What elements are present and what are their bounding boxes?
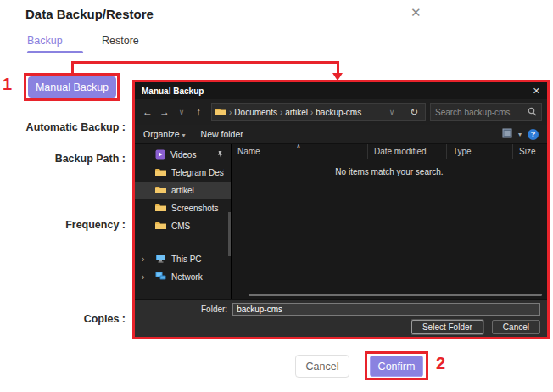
file-list: Name Date modified Type Size ∧ No items … [231, 144, 547, 299]
step-1-label: 1 [3, 75, 12, 94]
videos-icon [155, 149, 165, 161]
file-picker-dialog: Manual Backup ✕ ← → ∨ ↑ › Documents › ar… [132, 80, 550, 339]
sidebar-item-network[interactable]: › Network [135, 268, 231, 286]
folder-icon [155, 221, 166, 232]
field-label-frequency: Frequency : [0, 219, 126, 231]
sort-ascending-icon: ∧ [296, 143, 301, 150]
new-folder-button[interactable]: New folder [201, 129, 243, 139]
tab-restore[interactable]: Restore [102, 35, 139, 47]
breadcrumb-backup-cms[interactable]: backup-cms [316, 108, 361, 117]
tab-divider [25, 53, 426, 53]
field-label-backup-path: Backup Path : [0, 153, 126, 165]
sidebar-item-this-pc[interactable]: › This PC [135, 250, 231, 268]
folder-icon [215, 104, 226, 120]
help-icon[interactable]: ? [528, 129, 539, 140]
sidebar-item-artikel[interactable]: artikel [135, 182, 231, 199]
annotation-arrow-left-stem [71, 61, 74, 73]
close-icon[interactable]: ✕ [411, 5, 422, 20]
horizontal-scrollbar[interactable] [249, 294, 542, 296]
folder-field-label: Folder: [201, 305, 227, 314]
this-pc-icon [155, 254, 166, 265]
file-list-header: Name Date modified Type Size ∧ [232, 144, 547, 159]
recent-locations-icon[interactable]: ∨ [174, 108, 189, 116]
column-header-date-modified[interactable]: Date modified [367, 144, 446, 159]
search-input[interactable] [435, 108, 528, 117]
file-dialog-sidebar: Videos Telegram Deskto artikel [135, 144, 231, 299]
manual-backup-button[interactable]: Manual Backup [28, 76, 116, 98]
confirm-button[interactable]: Confirm [370, 356, 423, 377]
search-icon [528, 104, 537, 120]
annotation-arrow-right-stem [337, 61, 339, 74]
breadcrumb-separator: › [229, 108, 232, 117]
file-dialog-navbar: ← → ∨ ↑ › Documents › artikel › backup-c… [135, 99, 547, 125]
view-details-icon[interactable] [502, 128, 512, 140]
file-dialog-title: Manual Backup [142, 87, 204, 96]
back-icon[interactable]: ← [140, 106, 155, 118]
expand-chevron-icon[interactable]: › [142, 272, 144, 282]
field-label-copies: Copies : [0, 313, 126, 325]
search-box[interactable] [430, 103, 542, 121]
folder-icon [155, 186, 166, 196]
sidebar-item-videos[interactable]: Videos [135, 146, 231, 164]
breadcrumb-separator: › [310, 108, 313, 117]
file-dialog-toolbar: Organize ▾ New folder ▾ ? [135, 125, 547, 144]
sidebar-item-telegram-desktop[interactable]: Telegram Deskto [135, 164, 231, 182]
screen: Data Backup/Restore ✕ Backup Restore Man… [0, 0, 553, 392]
breadcrumb-separator: › [280, 108, 282, 117]
step-2-label: 2 [436, 354, 445, 373]
annotation-arrow-horizontal [71, 61, 339, 64]
up-icon[interactable]: ↑ [191, 106, 206, 118]
select-folder-button[interactable]: Select Folder [411, 320, 483, 334]
file-dialog-close-icon[interactable]: ✕ [533, 86, 540, 97]
annotation-arrowhead-icon [332, 73, 343, 81]
page-title: Data Backup/Restore [25, 7, 154, 21]
file-dialog-content: Videos Telegram Deskto artikel [135, 144, 547, 299]
folder-name-input[interactable] [232, 303, 540, 316]
tab-backup[interactable]: Backup [27, 35, 63, 47]
file-dialog-cancel-button[interactable]: Cancel [492, 320, 540, 334]
field-label-automatic-backup: Automatic Backup : [0, 121, 126, 133]
organize-caret-icon: ▾ [182, 132, 186, 139]
network-icon [155, 272, 166, 283]
forward-icon[interactable]: → [157, 106, 172, 118]
breadcrumb-artikel[interactable]: artikel [285, 108, 308, 117]
refresh-icon[interactable]: ↻ [406, 106, 422, 118]
address-bar[interactable]: › Documents › artikel › backup-cms ∨ ↻ [211, 103, 426, 121]
empty-list-message: No items match your search. [232, 167, 547, 176]
sidebar-item-cms[interactable]: CMS [135, 217, 231, 235]
folder-icon [155, 204, 166, 214]
file-dialog-titlebar: Manual Backup ✕ [135, 82, 547, 99]
column-header-size[interactable]: Size [512, 144, 547, 159]
view-caret-icon[interactable]: ▾ [518, 131, 522, 138]
file-dialog-footer: Folder: Select Folder Cancel [135, 299, 547, 337]
pin-icon [216, 150, 224, 160]
folder-icon [155, 168, 166, 178]
sidebar-item-screenshots[interactable]: Screenshots [135, 199, 231, 217]
breadcrumb-documents[interactable]: Documents [234, 108, 277, 117]
column-header-type[interactable]: Type [446, 144, 512, 159]
organize-menu[interactable]: Organize ▾ [143, 129, 186, 139]
address-dropdown-icon[interactable]: ∨ [384, 108, 399, 116]
sidebar-divider [135, 235, 231, 250]
cancel-button[interactable]: Cancel [295, 355, 349, 378]
expand-chevron-icon[interactable]: › [142, 255, 144, 264]
